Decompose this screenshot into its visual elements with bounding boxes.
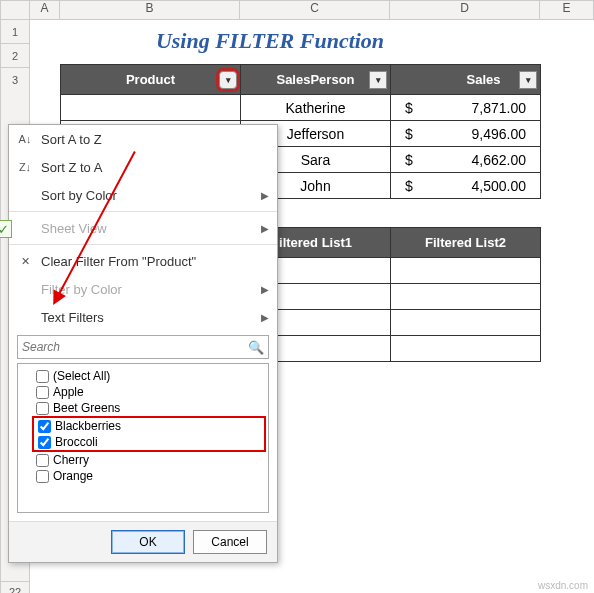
checkbox-apple[interactable] <box>36 386 49 399</box>
filter-search[interactable]: 🔍 <box>17 335 269 359</box>
sort-a-to-z[interactable]: A↓Sort A to Z <box>9 125 277 153</box>
clear-filter[interactable]: ✕Clear Filter From "Product" <box>9 247 277 275</box>
list-item[interactable]: Beet Greens <box>20 400 266 416</box>
list-item[interactable]: Apple <box>20 384 266 400</box>
header-filtered2: Filtered List2 <box>391 228 541 258</box>
col-header-e[interactable]: E <box>540 0 594 20</box>
filter-button-product[interactable]: ▾ <box>219 71 237 89</box>
select-all-cell[interactable] <box>0 0 30 20</box>
row-header-2[interactable]: 2 <box>0 44 30 68</box>
checkbox-beet-greens[interactable] <box>36 402 49 415</box>
row-header-22[interactable]: 22 <box>0 582 30 593</box>
checkbox-blackberries[interactable] <box>38 420 51 433</box>
sort-asc-icon: A↓ <box>17 133 33 145</box>
funnel-clear-icon: ✕ <box>17 255 33 268</box>
search-icon: 🔍 <box>248 340 264 355</box>
row-header-1[interactable]: 1 <box>0 20 30 44</box>
list-item[interactable]: Cherry <box>20 452 266 468</box>
chevron-right-icon: ▶ <box>261 190 269 201</box>
filter-button-sales[interactable]: ▾ <box>519 71 537 89</box>
text-filters[interactable]: Text Filters▶ <box>9 303 277 331</box>
checkbox-cherry[interactable] <box>36 454 49 467</box>
cancel-button[interactable]: Cancel <box>193 530 267 554</box>
sheet-view: Sheet View▶ <box>9 214 277 242</box>
chevron-right-icon: ▶ <box>261 312 269 323</box>
header-salesperson: SalesPerson ▾ <box>241 65 391 95</box>
sort-z-to-a[interactable]: Z↓Sort Z to A <box>9 153 277 181</box>
header-product: Product ▾ <box>61 65 241 95</box>
filter-button-salesperson[interactable]: ▾ <box>369 71 387 89</box>
col-header-d[interactable]: D <box>390 0 540 20</box>
col-header-c[interactable]: C <box>240 0 390 20</box>
filter-dropdown: A↓Sort A to Z Z↓Sort Z to A Sort by Colo… <box>8 124 278 563</box>
ok-button[interactable]: OK <box>111 530 185 554</box>
checkbox-select-all[interactable] <box>36 370 49 383</box>
sort-desc-icon: Z↓ <box>17 161 33 173</box>
page-title: Using FILTER Function <box>30 20 510 58</box>
col-header-a[interactable]: A <box>30 0 60 20</box>
col-header-b[interactable]: B <box>60 0 240 20</box>
filter-listbox[interactable]: (Select All) Apple Beet Greens Blackberr… <box>17 363 269 513</box>
search-input[interactable] <box>22 340 248 354</box>
confirm-check-icon: ✓ <box>0 220 12 238</box>
watermark: wsxdn.com <box>538 580 588 591</box>
highlighted-selection: Blackberries Broccoli <box>32 416 266 452</box>
filtered-table: iltered List1Filtered List2 <box>240 227 541 362</box>
header-sales: Sales ▾ <box>391 65 541 95</box>
list-item[interactable]: (Select All) <box>20 368 266 384</box>
list-item[interactable]: Broccoli <box>34 434 264 450</box>
sort-by-color[interactable]: Sort by Color▶ <box>9 181 277 209</box>
checkbox-orange[interactable] <box>36 470 49 483</box>
table-row: Katherine$7,871.00 <box>61 95 541 121</box>
checkbox-broccoli[interactable] <box>38 436 51 449</box>
list-item[interactable]: Orange <box>20 468 266 484</box>
list-item[interactable]: Blackberries <box>34 418 264 434</box>
